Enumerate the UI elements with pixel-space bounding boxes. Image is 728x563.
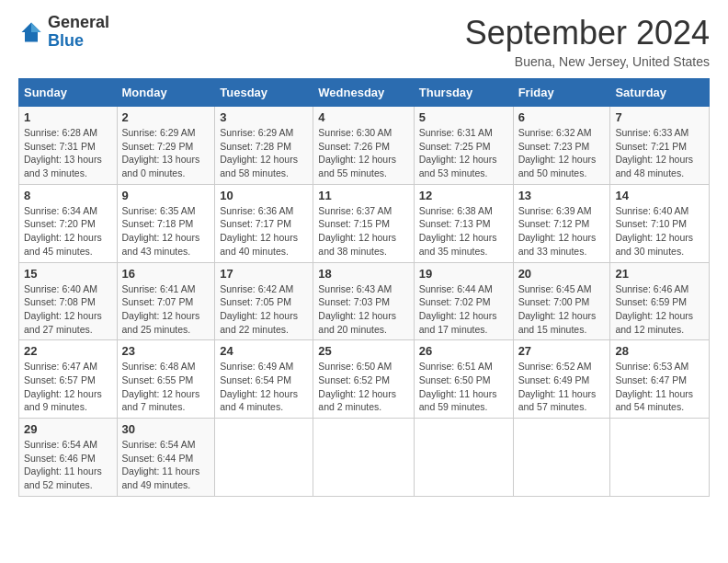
day-detail: Sunrise: 6:30 AM Sunset: 7:26 PM Dayligh…	[318, 126, 408, 180]
day-detail: Sunrise: 6:28 AM Sunset: 7:31 PM Dayligh…	[24, 126, 112, 180]
day-number: 13	[518, 189, 606, 202]
day-detail: Sunrise: 6:37 AM Sunset: 7:15 PM Dayligh…	[318, 204, 408, 259]
day-number: 24	[220, 344, 308, 358]
day-cell-2: 2Sunrise: 6:29 AM Sunset: 7:29 PM Daylig…	[117, 107, 215, 185]
day-cell-30: 30Sunrise: 6:54 AM Sunset: 6:44 PM Dayli…	[117, 419, 215, 497]
day-cell-17: 17Sunrise: 6:42 AM Sunset: 7:05 PM Dayli…	[215, 262, 313, 340]
header-cell-friday: Friday	[513, 79, 610, 107]
day-number: 11	[318, 189, 408, 202]
header-cell-sunday: Sunday	[19, 79, 118, 107]
empty-cell	[513, 419, 610, 497]
logo-icon	[18, 19, 44, 45]
day-number: 7	[615, 110, 704, 124]
week-row-1: 1Sunrise: 6:28 AM Sunset: 7:31 PM Daylig…	[19, 107, 710, 185]
svg-marker-1	[31, 22, 41, 32]
day-detail: Sunrise: 6:49 AM Sunset: 6:54 PM Dayligh…	[220, 360, 308, 414]
day-number: 28	[615, 344, 704, 358]
day-detail: Sunrise: 6:44 AM Sunset: 7:02 PM Dayligh…	[419, 282, 508, 337]
logo-general: General	[48, 13, 109, 31]
day-detail: Sunrise: 6:45 AM Sunset: 7:00 PM Dayligh…	[518, 282, 606, 337]
day-detail: Sunrise: 6:47 AM Sunset: 6:57 PM Dayligh…	[24, 360, 112, 414]
day-cell-15: 15Sunrise: 6:40 AM Sunset: 7:08 PM Dayli…	[19, 262, 118, 340]
header-cell-monday: Monday	[117, 79, 215, 107]
week-row-5: 29Sunrise: 6:54 AM Sunset: 6:46 PM Dayli…	[19, 419, 710, 497]
day-detail: Sunrise: 6:33 AM Sunset: 7:21 PM Dayligh…	[615, 126, 704, 180]
day-cell-12: 12Sunrise: 6:38 AM Sunset: 7:13 PM Dayli…	[414, 184, 513, 262]
day-number: 19	[419, 267, 508, 281]
day-number: 12	[419, 189, 508, 202]
day-cell-20: 20Sunrise: 6:45 AM Sunset: 7:00 PM Dayli…	[513, 262, 610, 340]
day-detail: Sunrise: 6:32 AM Sunset: 7:23 PM Dayligh…	[518, 126, 606, 180]
day-detail: Sunrise: 6:51 AM Sunset: 6:50 PM Dayligh…	[419, 360, 508, 414]
day-detail: Sunrise: 6:41 AM Sunset: 7:07 PM Dayligh…	[122, 282, 210, 337]
day-cell-28: 28Sunrise: 6:53 AM Sunset: 6:47 PM Dayli…	[610, 340, 710, 419]
empty-cell	[215, 419, 313, 497]
day-detail: Sunrise: 6:46 AM Sunset: 6:59 PM Dayligh…	[615, 282, 704, 337]
week-row-2: 8Sunrise: 6:34 AM Sunset: 7:20 PM Daylig…	[19, 184, 710, 262]
day-number: 22	[24, 344, 112, 358]
day-detail: Sunrise: 6:50 AM Sunset: 6:52 PM Dayligh…	[318, 360, 408, 414]
day-number: 1	[24, 110, 112, 124]
day-detail: Sunrise: 6:39 AM Sunset: 7:12 PM Dayligh…	[518, 204, 606, 259]
day-number: 14	[615, 189, 704, 202]
day-detail: Sunrise: 6:36 AM Sunset: 7:17 PM Dayligh…	[220, 204, 308, 259]
day-detail: Sunrise: 6:52 AM Sunset: 6:49 PM Dayligh…	[518, 360, 606, 414]
day-number: 16	[122, 267, 210, 281]
day-detail: Sunrise: 6:35 AM Sunset: 7:18 PM Dayligh…	[122, 204, 210, 259]
calendar-table: SundayMondayTuesdayWednesdayThursdayFrid…	[18, 78, 710, 497]
day-cell-23: 23Sunrise: 6:48 AM Sunset: 6:55 PM Dayli…	[117, 340, 215, 419]
day-detail: Sunrise: 6:31 AM Sunset: 7:25 PM Dayligh…	[419, 126, 508, 180]
header: General Blue September 2024 Buena, New J…	[18, 14, 710, 69]
day-detail: Sunrise: 6:38 AM Sunset: 7:13 PM Dayligh…	[419, 204, 508, 259]
day-cell-9: 9Sunrise: 6:35 AM Sunset: 7:18 PM Daylig…	[117, 184, 215, 262]
page: General Blue September 2024 Buena, New J…	[0, 0, 728, 563]
day-detail: Sunrise: 6:43 AM Sunset: 7:03 PM Dayligh…	[318, 282, 408, 337]
day-number: 27	[518, 344, 606, 358]
day-number: 26	[419, 344, 508, 358]
day-detail: Sunrise: 6:54 AM Sunset: 6:46 PM Dayligh…	[24, 438, 112, 492]
header-row: SundayMondayTuesdayWednesdayThursdayFrid…	[19, 79, 710, 107]
month-title: September 2024	[465, 14, 710, 52]
day-number: 3	[220, 110, 308, 124]
day-cell-6: 6Sunrise: 6:32 AM Sunset: 7:23 PM Daylig…	[513, 107, 610, 185]
day-cell-11: 11Sunrise: 6:37 AM Sunset: 7:15 PM Dayli…	[313, 184, 414, 262]
day-cell-8: 8Sunrise: 6:34 AM Sunset: 7:20 PM Daylig…	[19, 184, 118, 262]
header-cell-thursday: Thursday	[414, 79, 513, 107]
day-cell-26: 26Sunrise: 6:51 AM Sunset: 6:50 PM Dayli…	[414, 340, 513, 419]
day-number: 2	[122, 110, 210, 124]
day-cell-13: 13Sunrise: 6:39 AM Sunset: 7:12 PM Dayli…	[513, 184, 610, 262]
day-cell-4: 4Sunrise: 6:30 AM Sunset: 7:26 PM Daylig…	[313, 107, 414, 185]
day-number: 8	[24, 189, 112, 202]
day-detail: Sunrise: 6:42 AM Sunset: 7:05 PM Dayligh…	[220, 282, 308, 337]
day-detail: Sunrise: 6:40 AM Sunset: 7:10 PM Dayligh…	[615, 204, 704, 259]
day-number: 30	[122, 422, 210, 436]
day-cell-27: 27Sunrise: 6:52 AM Sunset: 6:49 PM Dayli…	[513, 340, 610, 419]
header-cell-wednesday: Wednesday	[313, 79, 414, 107]
day-cell-7: 7Sunrise: 6:33 AM Sunset: 7:21 PM Daylig…	[610, 107, 710, 185]
day-cell-14: 14Sunrise: 6:40 AM Sunset: 7:10 PM Dayli…	[610, 184, 710, 262]
day-cell-29: 29Sunrise: 6:54 AM Sunset: 6:46 PM Dayli…	[19, 419, 118, 497]
day-number: 6	[518, 110, 606, 124]
day-cell-22: 22Sunrise: 6:47 AM Sunset: 6:57 PM Dayli…	[19, 340, 118, 419]
day-number: 23	[122, 344, 210, 358]
day-number: 9	[122, 189, 210, 202]
day-cell-19: 19Sunrise: 6:44 AM Sunset: 7:02 PM Dayli…	[414, 262, 513, 340]
day-number: 18	[318, 267, 408, 281]
day-number: 21	[615, 267, 704, 281]
day-number: 4	[318, 110, 408, 124]
day-detail: Sunrise: 6:53 AM Sunset: 6:47 PM Dayligh…	[615, 360, 704, 414]
day-cell-18: 18Sunrise: 6:43 AM Sunset: 7:03 PM Dayli…	[313, 262, 414, 340]
header-cell-tuesday: Tuesday	[215, 79, 313, 107]
empty-cell	[313, 419, 414, 497]
day-number: 5	[419, 110, 508, 124]
day-detail: Sunrise: 6:54 AM Sunset: 6:44 PM Dayligh…	[122, 438, 210, 492]
day-cell-16: 16Sunrise: 6:41 AM Sunset: 7:07 PM Dayli…	[117, 262, 215, 340]
day-cell-21: 21Sunrise: 6:46 AM Sunset: 6:59 PM Dayli…	[610, 262, 710, 340]
day-cell-1: 1Sunrise: 6:28 AM Sunset: 7:31 PM Daylig…	[19, 107, 118, 185]
day-detail: Sunrise: 6:34 AM Sunset: 7:20 PM Dayligh…	[24, 204, 112, 259]
day-cell-5: 5Sunrise: 6:31 AM Sunset: 7:25 PM Daylig…	[414, 107, 513, 185]
day-detail: Sunrise: 6:29 AM Sunset: 7:28 PM Dayligh…	[220, 126, 308, 180]
day-number: 25	[318, 344, 408, 358]
day-detail: Sunrise: 6:29 AM Sunset: 7:29 PM Dayligh…	[122, 126, 210, 180]
week-row-3: 15Sunrise: 6:40 AM Sunset: 7:08 PM Dayli…	[19, 262, 710, 340]
